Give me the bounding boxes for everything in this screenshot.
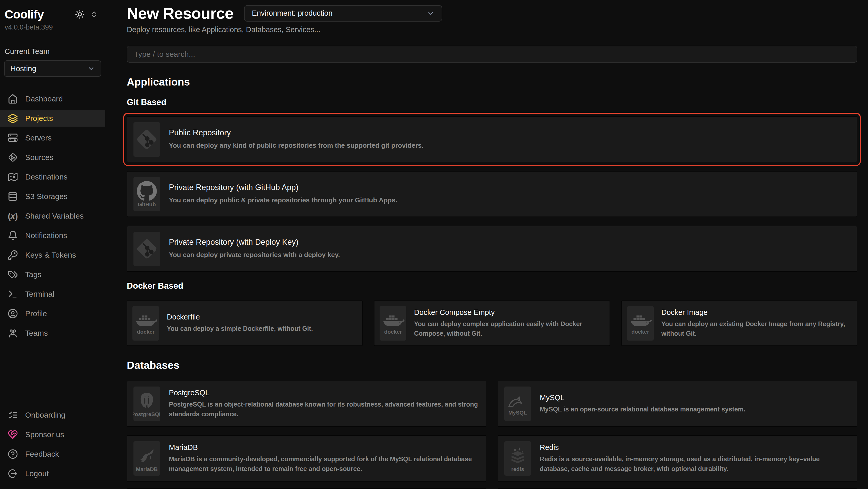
sidebar-item-servers[interactable]: Servers xyxy=(0,130,105,146)
sidebar-item-dashboard[interactable]: Dashboard xyxy=(0,91,105,107)
git-diamond-icon xyxy=(8,152,18,163)
card-title: Private Repository (with Deploy Key) xyxy=(169,237,340,247)
docker-logo-label: docker xyxy=(384,329,402,335)
card-mysql[interactable]: MySQL MySQL MySQL is an open-source rela… xyxy=(498,381,857,427)
docker-logo-label: docker xyxy=(137,329,155,335)
sidebar-item-keys-tokens[interactable]: Keys & Tokens xyxy=(0,247,105,263)
terminal-icon xyxy=(8,289,18,299)
card-postgresql[interactable]: PostgreSQL PostgreSQL PostgreSQL is an o… xyxy=(127,381,486,427)
mariadb-logo-icon: MariaDB xyxy=(133,441,160,476)
postgresql-logo-label: PostgreSQL xyxy=(133,411,160,417)
card-private-repository-deploy-key[interactable]: Private Repository (with Deploy Key) You… xyxy=(127,226,857,272)
card-description: You can deploy private repositories with… xyxy=(169,250,340,260)
sidebar-item-label: Shared Variables xyxy=(25,212,84,220)
card-docker-image[interactable]: docker Docker Image You can deploy an ex… xyxy=(621,300,857,346)
card-title: Redis xyxy=(540,443,850,452)
logout-icon xyxy=(8,468,18,479)
docker-based-heading: Docker Based xyxy=(127,281,857,291)
sidebar-item-s3-storages[interactable]: S3 Storages xyxy=(0,188,105,205)
main-content: New Resource Environment: production Dep… xyxy=(111,0,868,489)
docker-logo-label: docker xyxy=(631,329,649,335)
sidebar-item-projects[interactable]: Projects xyxy=(0,110,105,126)
card-redis[interactable]: redis Redis Redis is a source-available,… xyxy=(498,435,857,482)
sidebar-item-terminal[interactable]: Terminal xyxy=(0,286,105,302)
sidebar-item-label: Sponsor us xyxy=(25,430,64,439)
theme-sun-icon[interactable] xyxy=(75,9,85,19)
sidebar-item-shared-variables[interactable]: (x) Shared Variables xyxy=(0,208,105,224)
sidebar-nav: Dashboard Projects Servers Sources Desti… xyxy=(0,91,110,344)
sidebar-item-feedback[interactable]: Feedback xyxy=(0,446,105,462)
sidebar-item-notifications[interactable]: Notifications xyxy=(0,227,105,244)
card-description: You can deploy any kind of public reposi… xyxy=(169,141,424,150)
redis-logo-icon: redis xyxy=(504,441,531,476)
team-select-value: Hosting xyxy=(10,64,36,73)
sidebar-item-tags[interactable]: Tags xyxy=(0,266,105,283)
list-checks-icon xyxy=(8,410,18,420)
search-input[interactable] xyxy=(127,46,857,63)
sidebar-item-label: Destinations xyxy=(25,173,67,181)
environment-select[interactable]: Environment: production xyxy=(244,5,442,22)
database-icon xyxy=(8,191,18,202)
user-circle-icon xyxy=(8,309,18,319)
sidebar-item-sources[interactable]: Sources xyxy=(0,149,105,166)
card-docker-compose-empty[interactable]: docker Docker Compose Empty You can depl… xyxy=(374,300,610,346)
sidebar-item-profile[interactable]: Profile xyxy=(0,305,105,322)
environment-select-value: Environment: production xyxy=(252,9,332,18)
sidebar-item-destinations[interactable]: Destinations xyxy=(0,169,105,185)
card-description: You can deploy public & private reposito… xyxy=(169,195,397,205)
current-team-label: Current Team xyxy=(0,47,110,56)
card-title: Private Repository (with GitHub App) xyxy=(169,183,397,192)
sidebar-item-label: Tags xyxy=(25,270,41,279)
card-dockerfile[interactable]: docker Dockerfile You can deploy a simpl… xyxy=(127,300,363,346)
postgresql-logo-icon: PostgreSQL xyxy=(133,386,160,421)
sidebar-item-teams[interactable]: Teams xyxy=(0,325,105,341)
chevron-down-icon xyxy=(87,65,95,73)
git-logo-icon xyxy=(133,232,160,266)
page-subtitle: Deploy resources, like Applications, Dat… xyxy=(127,25,857,34)
card-title: Docker Image xyxy=(661,308,851,317)
home-icon xyxy=(8,94,18,104)
card-description: MySQL is an open-source relational datab… xyxy=(540,404,745,414)
layers-icon xyxy=(8,113,18,123)
sidebar: Coolify v4.0.0-beta.399 Current Team Hos… xyxy=(0,0,111,489)
git-based-cards: Public Repository You can deploy any kin… xyxy=(127,116,857,272)
card-title: MySQL xyxy=(540,394,745,402)
tags-icon xyxy=(8,269,18,280)
sidebar-item-label: Profile xyxy=(25,309,47,318)
card-title: Dockerfile xyxy=(167,313,313,321)
card-private-repository-github-app[interactable]: GitHub Private Repository (with GitHub A… xyxy=(127,171,857,217)
sidebar-item-onboarding[interactable]: Onboarding xyxy=(0,407,105,423)
github-logo-icon: GitHub xyxy=(133,177,160,211)
docker-logo-icon: docker xyxy=(132,306,159,341)
card-title: MariaDB xyxy=(169,443,480,452)
docker-logo-icon: docker xyxy=(627,306,654,341)
github-logo-label: GitHub xyxy=(138,202,156,207)
card-mariadb[interactable]: MariaDB MariaDB MariaDB is a community-d… xyxy=(127,435,486,482)
team-select[interactable]: Hosting xyxy=(4,60,101,77)
sidebar-item-logout[interactable]: Logout xyxy=(0,465,105,482)
sidebar-item-label: Servers xyxy=(25,134,52,142)
card-public-repository[interactable]: Public Repository You can deploy any kin… xyxy=(127,116,857,162)
card-description: MariaDB is a community-developed, commer… xyxy=(169,454,480,473)
app-logo: Coolify xyxy=(5,7,43,21)
chevron-down-icon xyxy=(427,9,435,17)
users-icon xyxy=(8,328,18,338)
sidebar-item-label: Logout xyxy=(25,469,49,478)
git-logo-icon xyxy=(133,122,160,157)
chevrons-up-down-icon[interactable] xyxy=(90,10,98,18)
page-title: New Resource xyxy=(127,4,233,22)
bell-icon xyxy=(8,230,18,241)
sidebar-item-label: Dashboard xyxy=(25,94,63,103)
sidebar-item-label: Onboarding xyxy=(25,411,65,420)
sidebar-item-sponsor-us[interactable]: Sponsor us xyxy=(0,426,105,443)
sidebar-item-label: Sources xyxy=(25,153,53,162)
sidebar-item-label: Keys & Tokens xyxy=(25,251,76,259)
mysql-logo-icon: MySQL xyxy=(504,386,531,421)
card-description: PostgreSQL is an object-relational datab… xyxy=(169,400,480,419)
map-icon xyxy=(8,172,18,182)
card-title: Public Repository xyxy=(169,128,424,137)
server-icon xyxy=(8,133,18,143)
sidebar-item-label: S3 Storages xyxy=(25,192,67,201)
help-circle-icon xyxy=(8,449,18,459)
sidebar-item-label: Terminal xyxy=(25,290,54,298)
